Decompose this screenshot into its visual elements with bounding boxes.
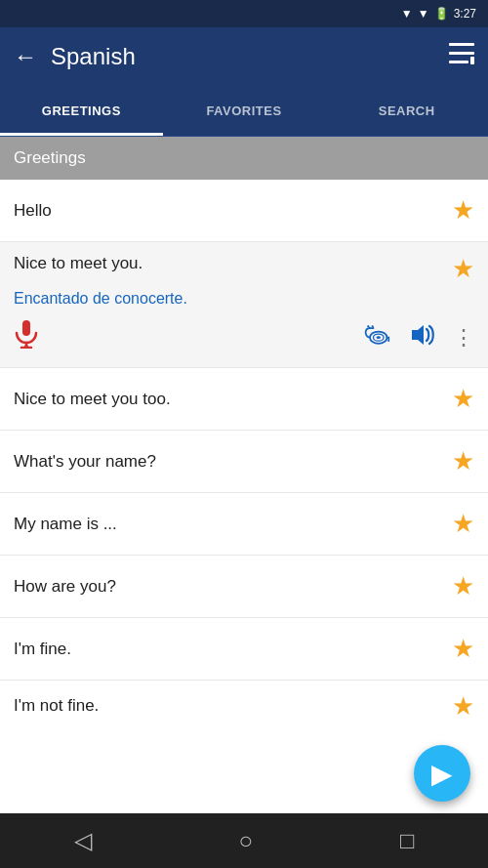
bottom-nav: ◁ ○ □ xyxy=(0,813,488,868)
nav-back-icon[interactable]: ◁ xyxy=(74,827,92,854)
svg-rect-0 xyxy=(449,43,474,46)
star-button[interactable]: ★ xyxy=(452,384,474,414)
fab-play-button[interactable]: ▶ xyxy=(414,745,470,802)
section-header: Greetings xyxy=(0,137,488,180)
svg-rect-4 xyxy=(22,320,30,336)
tabs-bar: GREETINGS FAVORITES SEARCH xyxy=(0,86,488,137)
status-bar-icons: ▼ ▼ 🔋 3:27 xyxy=(401,7,476,21)
speaker-icon[interactable] xyxy=(408,322,435,353)
play-icon: ▶ xyxy=(431,758,453,790)
svg-point-10 xyxy=(377,336,381,339)
svg-marker-15 xyxy=(412,325,424,345)
svg-point-14 xyxy=(372,325,374,327)
svg-rect-2 xyxy=(449,61,468,63)
star-button[interactable]: ★ xyxy=(452,446,474,476)
nav-recent-icon[interactable]: □ xyxy=(400,827,415,854)
more-options-icon[interactable]: ⋮ xyxy=(453,325,474,351)
phrase-text: Hello xyxy=(14,201,452,221)
list-item[interactable]: Nice to meet you too. ★ xyxy=(0,368,488,431)
translation-text: Encantado de conocerte. xyxy=(14,290,187,308)
star-button[interactable]: ★ xyxy=(452,634,474,664)
star-button[interactable]: ★ xyxy=(452,195,474,226)
svg-rect-3 xyxy=(470,57,474,64)
phrase-text: I'm not fine. xyxy=(14,696,452,716)
nav-home-icon[interactable]: ○ xyxy=(239,827,254,854)
back-button[interactable]: ← xyxy=(14,43,37,70)
status-bar: ▼ ▼ 🔋 3:27 xyxy=(0,0,488,27)
toolbar-left: ← Spanish xyxy=(14,43,136,70)
list-item[interactable]: My name is ... ★ xyxy=(0,493,488,556)
phrase-text: Nice to meet you too. xyxy=(14,390,452,409)
expanded-top: Nice to meet you. ★ xyxy=(14,254,474,284)
menu-button[interactable] xyxy=(449,43,474,70)
list-item[interactable]: How are you? ★ xyxy=(0,556,488,618)
tab-greetings[interactable]: GREETINGS xyxy=(0,86,163,136)
toolbar: ← Spanish xyxy=(0,27,488,86)
list-item[interactable]: Hello ★ xyxy=(0,180,488,242)
star-button[interactable]: ★ xyxy=(452,691,474,722)
expanded-actions: ⋮ xyxy=(14,319,474,355)
phrase-text: I'm fine. xyxy=(14,640,452,659)
list-item[interactable]: What's your name? ★ xyxy=(0,431,488,493)
time-display: 3:27 xyxy=(454,7,476,21)
star-button[interactable]: ★ xyxy=(452,254,474,284)
star-button[interactable]: ★ xyxy=(452,571,474,601)
mic-icon[interactable] xyxy=(14,319,39,355)
list-item[interactable]: I'm not fine. ★ xyxy=(0,681,488,731)
battery-icon: 🔋 xyxy=(434,7,449,21)
star-button[interactable]: ★ xyxy=(452,509,474,539)
page-title: Spanish xyxy=(51,43,136,70)
list-item-expanded[interactable]: Nice to meet you. ★ Encantado de conocer… xyxy=(0,242,488,368)
phrase-text: How are you? xyxy=(14,577,452,597)
svg-point-7 xyxy=(24,345,28,349)
phrase-text: Nice to meet you. xyxy=(14,254,142,273)
section-header-text: Greetings xyxy=(14,148,86,168)
svg-point-13 xyxy=(367,325,369,327)
snail-icon[interactable] xyxy=(363,321,390,354)
wifi-icon: ▼ xyxy=(401,7,413,21)
tab-favorites[interactable]: FAVORITES xyxy=(163,86,326,136)
phrase-text: My name is ... xyxy=(14,515,452,534)
phrase-text: What's your name? xyxy=(14,452,452,472)
svg-rect-1 xyxy=(449,52,474,55)
tab-search[interactable]: SEARCH xyxy=(325,86,488,136)
list-item[interactable]: I'm fine. ★ xyxy=(0,618,488,681)
signal-icon: ▼ xyxy=(418,7,429,21)
